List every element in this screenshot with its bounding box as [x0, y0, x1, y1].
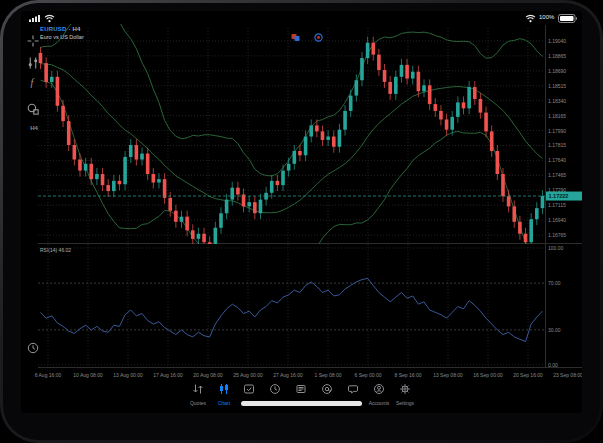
price-axis-tick: 1.17990: [548, 128, 566, 134]
time-axis-tick: 8 Sep 16:00: [395, 372, 422, 378]
time-axis-tick: 17 Aug 16:00: [153, 372, 183, 378]
axis-labels: 6 Aug 16:0010 Aug 08:0013 Aug 00:0017 Au…: [35, 38, 582, 378]
chart-canvas[interactable]: 6 Aug 16:0010 Aug 08:0013 Aug 00:0017 Au…: [21, 11, 582, 413]
time-axis-tick: 1 Sep 08:00: [315, 372, 342, 378]
price-axis-tick: 1.17815: [548, 142, 566, 148]
candles-layer: [39, 37, 545, 252]
shapes-icon[interactable]: [26, 103, 40, 115]
tab-label: Accounts: [366, 400, 392, 406]
price-axis-tick: 1.18865: [548, 53, 566, 59]
time-axis-tick: 20 Aug 08:00: [193, 372, 223, 378]
current-price-label: 1.17222: [549, 193, 569, 199]
symbol-description: Euro vs US Dollar: [40, 34, 84, 40]
tab-label: Chart: [211, 400, 237, 406]
time-axis-tick: 6 Aug 16:00: [35, 372, 62, 378]
news-paper-icon: [295, 383, 307, 395]
tab-quotes[interactable]: Quotes: [185, 381, 211, 406]
time-axis-tick: 27 Aug 16:00: [273, 372, 303, 378]
screen: 100% 6 Aug 16:0010 Aug 08:0013 Aug 00:00…: [21, 11, 582, 413]
price-axis-tick: 1.18690: [548, 68, 566, 74]
time-axis-tick: 13 Sep 08:00: [433, 372, 463, 378]
bollinger-bands: [41, 11, 543, 263]
rsi-axis-tick: 30.00: [548, 327, 561, 333]
timeframe-button[interactable]: H4: [26, 125, 42, 131]
price-axis-tick: 1.17115: [548, 202, 566, 208]
price-axis-tick: 1.18515: [548, 83, 566, 89]
symbol-header[interactable]: EURUSD · H4: [40, 26, 81, 32]
rsi-line: [41, 278, 543, 341]
tab-label: Settings: [392, 400, 418, 406]
price-axis-tick: 1.16940: [548, 217, 566, 223]
price-axis-tick: 1.19040: [548, 38, 566, 44]
history-clock-icon: [269, 383, 281, 395]
clock-icon[interactable]: [26, 342, 40, 354]
rsi-axis-tick: 70.00: [548, 280, 561, 286]
tab-accounts[interactable]: Accounts: [366, 381, 392, 406]
symbol-timeframe-label: · H4: [68, 26, 80, 32]
accounts-person-icon: [373, 383, 385, 395]
chat-bubble-icon: [347, 383, 359, 395]
time-axis-tick: 23 Sep 08:00: [553, 372, 582, 378]
chart-bars-icon: [218, 383, 230, 395]
calendar-event-icon[interactable]: [291, 33, 300, 42]
settings-gear-icon: [399, 383, 411, 395]
rsi-axis-tick: 100.00: [548, 245, 564, 251]
tab-label: Quotes: [185, 400, 211, 406]
symbol-label: EURUSD: [40, 26, 67, 32]
quotes-arrows-icon: [192, 383, 204, 395]
price-axis-tick: 1.18165: [548, 113, 566, 119]
price-axis-tick: 1.17465: [548, 172, 566, 178]
time-axis-tick: 16 Sep 00:00: [473, 372, 503, 378]
indicators-icon[interactable]: f: [25, 77, 39, 89]
home-indicator[interactable]: [241, 401, 362, 406]
time-axis-tick: 25 Aug 00:00: [233, 372, 263, 378]
trade-box-icon: [243, 383, 255, 395]
tab-settings[interactable]: Settings: [392, 381, 418, 406]
price-axis-tick: 1.16765: [548, 232, 566, 238]
price-axis-tick: 1.18340: [548, 98, 566, 104]
grid-layer: [38, 28, 545, 367]
time-axis-tick: 13 Aug 00:00: [113, 372, 143, 378]
time-axis-tick: 6 Sep 00:00: [355, 372, 382, 378]
time-axis-tick: 10 Aug 08:00: [73, 372, 103, 378]
crosshair-icon[interactable]: [26, 35, 40, 47]
rsi-indicator-label: RSI(14) 46.02: [40, 247, 71, 253]
price-axis-tick: 1.17640: [548, 157, 566, 163]
mailbox-at-icon: [321, 383, 333, 395]
time-axis-tick: 20 Sep 16:00: [513, 372, 543, 378]
sliders-icon[interactable]: [26, 57, 40, 69]
tab-chart[interactable]: Chart: [211, 381, 237, 406]
clock-event-icon[interactable]: [314, 33, 323, 42]
